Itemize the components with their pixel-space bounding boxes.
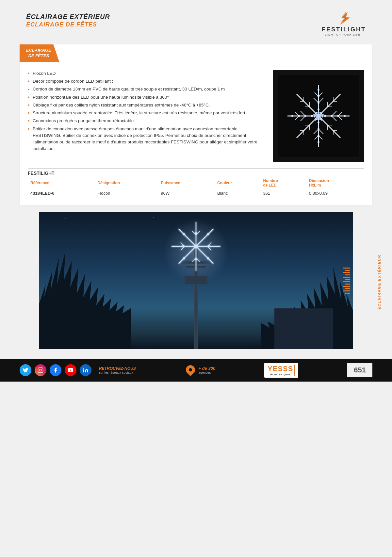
sub-title: ECLAIRAGE DE FÊTES (26, 21, 110, 28)
svg-point-47 (318, 95, 319, 97)
facebook-icon[interactable] (50, 364, 61, 376)
header: ÉCLAIRAGE EXTÉRIEUR ECLAIRAGE DE FÊTES F… (0, 0, 392, 40)
svg-point-82 (183, 233, 185, 235)
cell-couleur: Blanc (215, 189, 260, 197)
svg-point-60 (344, 115, 346, 117)
product-table: Référence Désignation Puissance Couleur … (28, 177, 364, 197)
svg-point-46 (318, 102, 319, 104)
footer: RETROUVEZ-NOUS sur les réseaux sociaux +… (0, 359, 392, 382)
list-item: Cordon de diamètre 13mm en PVC de haute … (28, 86, 266, 92)
product-content: Flocon LED Décor composé de cordon LED p… (20, 67, 372, 165)
svg-line-67 (196, 229, 213, 246)
svg-point-45 (318, 108, 319, 110)
product-image (273, 70, 364, 162)
svg-line-65 (179, 229, 196, 246)
category-tab: ECLAIRAGE DE FÊTES (20, 44, 59, 62)
location-label: agences (199, 371, 216, 374)
instagram-icon[interactable] (35, 364, 46, 376)
cell-nombre-led: 361 (260, 189, 306, 197)
yesss-text: YESSS (268, 365, 293, 373)
svg-point-56 (291, 115, 293, 117)
svg-point-59 (337, 115, 339, 117)
header-titles: ÉCLAIRAGE EXTÉRIEUR ECLAIRAGE DE FÊTES (26, 10, 110, 28)
footer-location-text: + de 300 agences (199, 366, 216, 374)
brand-header: FESTILIGHT (28, 168, 364, 176)
col-header-reference: Référence (28, 177, 95, 189)
side-label-container: ÉCLAIRAGE EXTÉRIEUR (373, 212, 385, 352)
product-card: ECLAIRAGE DE FÊTES Flocon LED Décor comp… (20, 44, 372, 205)
list-item: Décor composé de cordon LED pétillant : (28, 78, 266, 85)
svg-point-78 (195, 232, 197, 234)
festilight-logo-icon (334, 10, 354, 26)
svg-point-52 (318, 141, 319, 143)
yesss-logo: YESSS ÉLECTRIQUE (264, 363, 298, 378)
side-label: ÉCLAIRAGE EXTÉRIEUR (377, 254, 381, 310)
cell-designation: Flocon (95, 189, 158, 197)
svg-point-79 (195, 258, 197, 260)
svg-point-81 (208, 245, 210, 247)
product-description: Flocon LED Décor composé de cordon LED p… (28, 70, 266, 162)
youtube-icon[interactable] (65, 364, 76, 376)
svg-point-48 (318, 89, 319, 91)
main-title: ÉCLAIRAGE EXTÉRIEUR (26, 13, 110, 21)
cell-reference: 43184LED-0 (28, 189, 95, 197)
footer-social-title: RETROUVEZ-NOUS (99, 366, 136, 371)
svg-line-66 (196, 246, 213, 264)
col-header-couleur: Couleur (215, 177, 260, 189)
svg-point-83 (207, 233, 209, 235)
yesss-sub: ÉLECTRIQUE (270, 373, 290, 376)
col-header-designation: Désignation (95, 177, 158, 189)
footer-social-text: RETROUVEZ-NOUS sur les réseaux sociaux (99, 366, 136, 374)
col-header-puissance: Puissance (158, 177, 215, 189)
list-item: Câblage fixé par des colliers nylon rési… (28, 102, 266, 108)
list-item: Structure aluminium soudée et renforcée.… (28, 110, 266, 116)
large-photo (39, 212, 353, 349)
trees-left (39, 245, 131, 349)
cell-puissance: 96W (158, 189, 215, 197)
logo-tagline: LIGHT UP YOUR LIFE ! (325, 33, 363, 36)
location-count: + de 300 (199, 366, 216, 371)
list-item: Boitier de connexion avec presse étoupes… (28, 126, 266, 152)
logo-area: FESTILIGHT LIGHT UP YOUR LIFE ! (322, 10, 366, 36)
pole-snowflake (167, 217, 225, 276)
svg-point-49 (318, 122, 319, 123)
svg-point-57 (324, 115, 326, 117)
linkedin-icon[interactable] (80, 364, 91, 376)
page: ÉCLAIRAGE EXTÉRIEUR ECLAIRAGE DE FÊTES F… (0, 0, 392, 557)
snowflake-image (278, 75, 359, 157)
list-item: Connexions protégées par gaine thermo-ré… (28, 118, 266, 124)
features-list: Flocon LED Décor composé de cordon LED p… (28, 70, 266, 152)
category-tab-text: ECLAIRAGE DE FÊTES (26, 48, 51, 59)
svg-point-58 (331, 115, 333, 117)
footer-location: + de 300 agences (185, 365, 216, 376)
col-header-nombre: Nombrede LED (260, 177, 306, 189)
table-row: 43184LED-0 Flocon 96W Blanc 361 0,80x0,6… (28, 189, 364, 197)
svg-point-84 (183, 257, 185, 259)
svg-point-55 (298, 115, 300, 117)
cell-dimension: 0,80x0,69 (306, 189, 364, 197)
svg-rect-86 (38, 368, 43, 373)
svg-point-53 (311, 115, 313, 117)
location-icon (185, 365, 196, 376)
list-item: Flocon LED (28, 70, 266, 77)
svg-point-54 (304, 115, 306, 117)
product-table-section: FESTILIGHT Référence Désignation Puissan… (20, 165, 372, 199)
svg-point-85 (207, 257, 209, 259)
twitter-icon[interactable] (20, 364, 31, 376)
svg-point-50 (318, 128, 319, 130)
svg-line-68 (179, 246, 196, 264)
list-item: Position horizontale des LED pour une ha… (28, 94, 266, 101)
logo-name: FESTILIGHT (322, 26, 366, 33)
svg-point-80 (182, 245, 184, 247)
col-header-dimension: DimensionHxL m (306, 177, 364, 189)
footer-social-subtitle: sur les réseaux sociaux (99, 371, 136, 374)
svg-point-77 (194, 245, 198, 248)
social-icons (20, 364, 91, 376)
svg-point-51 (318, 135, 319, 137)
page-number: 651 (347, 363, 372, 377)
svg-point-89 (83, 368, 84, 369)
